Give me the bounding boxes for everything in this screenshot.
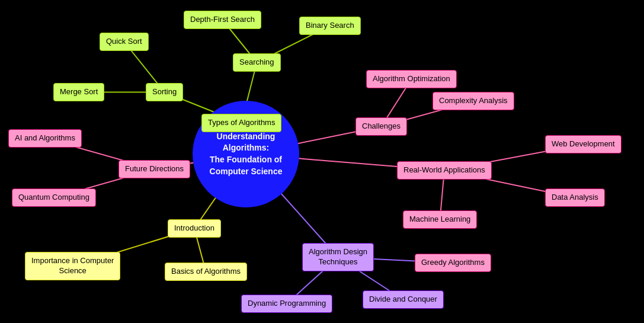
binary-search: Binary Search: [299, 17, 361, 35]
merge-sort: Merge Sort: [53, 83, 104, 101]
challenges: Challenges: [355, 117, 407, 136]
types-of-algorithms: Types of Algorithms: [201, 114, 281, 132]
complexity-analysis: Complexity Analysis: [432, 92, 514, 110]
algorithm-optimization: Algorithm Optimization: [366, 70, 457, 88]
depth-first-search: Depth-First Search: [184, 11, 261, 29]
quick-sort: Quick Sort: [100, 33, 149, 51]
algorithm-design-techniques: Algorithm DesignTechniques: [302, 243, 374, 271]
ai-and-algorithms: AI and Algorithms: [8, 129, 82, 148]
data-analysis: Data Analysis: [545, 188, 605, 207]
mindmap-canvas: Understanding Algorithms:The Foundation …: [0, 0, 644, 323]
searching: Searching: [233, 53, 281, 72]
web-development: Web Development: [545, 135, 621, 153]
machine-learning: Machine Learning: [403, 210, 477, 229]
greedy-algorithms: Greedy Algorithms: [415, 254, 491, 272]
real-world-applications: Real-World Applications: [397, 161, 492, 180]
sorting: Sorting: [146, 83, 183, 101]
basics-of-algorithms: Basics of Algorithms: [165, 263, 247, 281]
dynamic-programming: Dynamic Programming: [241, 295, 332, 313]
divide-and-conquer: Divide and Conquer: [363, 290, 444, 309]
introduction: Introduction: [168, 219, 221, 238]
future-directions: Future Directions: [118, 160, 190, 178]
importance-cs: Importance in ComputerScience: [25, 252, 120, 280]
quantum-computing: Quantum Computing: [12, 188, 96, 207]
